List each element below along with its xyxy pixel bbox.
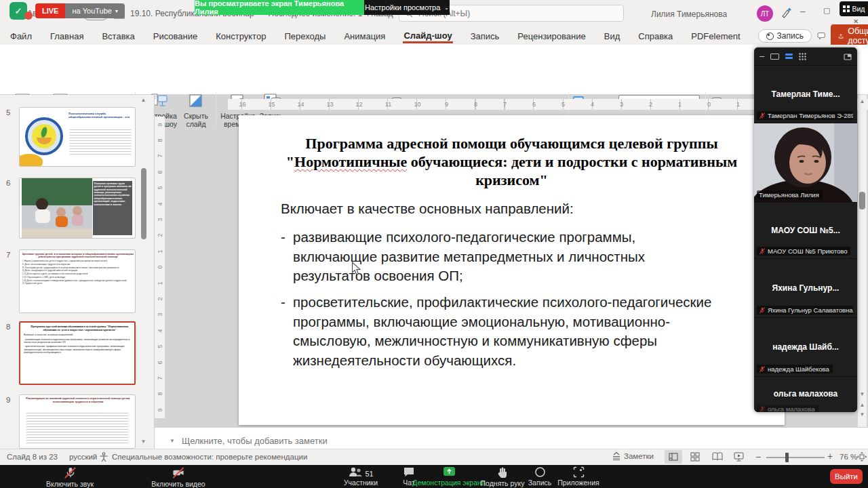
share-screen-icon xyxy=(443,466,456,478)
next-slide-button[interactable]: ▼ xyxy=(860,412,865,418)
slideshow-view-icon[interactable] xyxy=(734,452,744,462)
scroll-up-icon[interactable]: ▲ xyxy=(858,99,867,104)
notes-icon xyxy=(612,451,621,460)
unmute-button[interactable]: Включить звук xyxy=(33,466,107,488)
notes-resize-icon[interactable]: ▼ xyxy=(170,439,175,444)
participant-tile[interactable]: ольга малахова ольга малахова ⌄ xyxy=(754,376,857,412)
slide-canvas[interactable]: Программа адресной помощи обучающимся це… xyxy=(239,115,785,425)
tab-slideshow[interactable]: Слайд-шоу xyxy=(403,28,452,43)
thumbnail-slide-5[interactable]: Психологическая служба общеобразовательн… xyxy=(19,107,136,167)
participant-label: МАОУ СОШ №5 Приютово xyxy=(757,247,850,256)
zoom-in-button[interactable]: + xyxy=(827,451,833,462)
pen-tool-icon[interactable] xyxy=(780,7,792,19)
accessibility-checker[interactable]: Специальные возможности: проверьте реком… xyxy=(112,453,307,461)
chevron-down-icon: ⌄ xyxy=(444,5,449,11)
leave-meeting-button[interactable]: Выйти xyxy=(830,469,863,484)
scrollbar-thumb[interactable] xyxy=(859,192,865,209)
raise-hand-button[interactable]: Поднять руку xyxy=(477,466,528,487)
reading-view-icon[interactable] xyxy=(712,452,723,461)
language-indicator[interactable]: русский xyxy=(69,453,97,461)
hide-slide-button[interactable]: Скрыть слайд xyxy=(179,92,213,128)
participant-tile-active-speaker[interactable]: Тимерьянова Лилия xyxy=(754,123,857,202)
slide-title: Программа адресной помощи обучающимся це… xyxy=(276,134,747,189)
participant-tile[interactable]: МАОУ СОШ №5... МАОУ СОШ №5 Приютово xyxy=(754,202,857,258)
tab-home[interactable]: Главная xyxy=(50,29,84,43)
apps-button[interactable]: Приложения xyxy=(556,466,601,487)
avatar[interactable]: ЛТ xyxy=(757,5,773,22)
scrollbar-thumb[interactable] xyxy=(141,168,146,239)
apps-icon xyxy=(573,466,585,478)
meeting-record-button[interactable]: Запись xyxy=(521,466,559,487)
thumb6-text: Описание целевых групп детей и программ … xyxy=(93,181,133,207)
speaker-view-icon[interactable] xyxy=(785,54,793,60)
participant-label: Тамерлан Тимерьянов Э-289 xyxy=(757,111,853,120)
popout-icon[interactable] xyxy=(844,53,852,60)
participants-icon xyxy=(348,466,363,478)
tab-record[interactable]: Запись xyxy=(470,29,500,43)
thumbnails-scrollbar[interactable]: ▲ ▼ xyxy=(140,95,147,449)
slide-sorter-icon[interactable] xyxy=(690,452,700,462)
tab-file[interactable]: Файл xyxy=(9,29,33,43)
window-maximize-button[interactable]: ▢ xyxy=(823,6,830,15)
tab-view[interactable]: Вид xyxy=(604,29,621,43)
minimized-view-icon[interactable] xyxy=(770,54,779,60)
thumb5-body-lines xyxy=(70,129,131,157)
participants-panel: – Тамерлан Тиме... Тамерлан Тимерьянов Э… xyxy=(754,47,857,412)
panel-header: – xyxy=(754,47,857,65)
tab-insert[interactable]: Вставка xyxy=(101,29,135,43)
tab-animations[interactable]: Анимация xyxy=(343,29,386,43)
participants-button[interactable]: 51 Участники xyxy=(326,466,396,487)
dropdown-icon: ▾ xyxy=(115,8,118,14)
live-pill[interactable]: LIVE на YouTube ▾ xyxy=(35,3,125,18)
scroll-down-icon[interactable]: ▼ xyxy=(860,392,865,397)
scroll-down-icon[interactable]: ▼ xyxy=(141,439,146,445)
previous-slide-button[interactable]: ▲ xyxy=(860,403,865,408)
tab-draw[interactable]: Рисование xyxy=(153,29,198,43)
thumb9-body-lines xyxy=(26,413,128,445)
zoom-out-button[interactable]: − xyxy=(755,451,761,462)
view-settings-button[interactable]: Настройки просмотра ⌄ xyxy=(364,0,450,15)
zoom-slider-thumb[interactable] xyxy=(785,453,789,462)
fit-to-window-icon[interactable] xyxy=(857,452,867,462)
share-button[interactable]: Общий доступ ⌄ xyxy=(831,24,868,47)
zoom-level[interactable]: 76 % xyxy=(840,453,857,461)
participant-tile[interactable]: Яхина Гульнур... Яхина Гульнур Салаватов… xyxy=(754,258,857,317)
participant-tile[interactable]: Тамерлан Тиме... Тамерлан Тимерьянов Э-2… xyxy=(754,65,857,123)
editor-scrollbar[interactable]: ▲ ▼ ▲ ▼ xyxy=(858,95,867,427)
record-button[interactable]: Запись xyxy=(758,29,812,43)
view-mode-badge[interactable]: Вид xyxy=(840,1,868,16)
mic-muted-icon xyxy=(759,248,766,255)
mic-muted-icon xyxy=(64,466,77,479)
streamer-avatar xyxy=(24,12,33,20)
tab-transitions[interactable]: Переходы xyxy=(283,29,326,43)
slide-bullet-2: - просветительские, профилактические пси… xyxy=(281,293,746,370)
window-minimize-button[interactable]: – xyxy=(800,6,805,16)
notes-toggle-button[interactable]: Заметки xyxy=(612,451,654,460)
participant-tile[interactable]: надежда Шайб... надежда Шайбекова xyxy=(754,317,857,376)
share-screen-button[interactable]: Демонстрация экрана xyxy=(411,466,487,487)
classroom-photo xyxy=(22,178,92,238)
tab-pdfelement[interactable]: PDFelement xyxy=(690,29,741,43)
normal-view-button[interactable] xyxy=(665,450,682,464)
thumb9-title: Рекомендации по оказанию адресной психол… xyxy=(22,397,134,403)
thumbnail-slide-8-selected[interactable]: Программа адресной помощи обучающимся це… xyxy=(19,321,136,385)
notes-pane[interactable]: ▼ Щелкните, чтобы добавить заметки xyxy=(155,427,868,449)
scroll-up-icon[interactable]: ▲ xyxy=(140,98,147,103)
tab-review[interactable]: Рецензирование xyxy=(517,29,586,43)
camera-muted-icon xyxy=(172,466,185,479)
panel-minimize-icon[interactable]: – xyxy=(760,53,764,60)
tab-design[interactable]: Конструктор xyxy=(215,29,267,43)
thumbnail-slide-6[interactable]: Описание целевых групп детей и программ … xyxy=(19,178,136,239)
slide-counter[interactable]: Слайд 8 из 23 xyxy=(7,453,58,461)
collapse-panel-icon[interactable]: ⌄ xyxy=(802,406,810,412)
thumb5-yellow-shape xyxy=(19,154,43,167)
thumbnail-slide-7[interactable]: Целевые группы детей, в отношении которы… xyxy=(19,249,136,313)
gallery-view-icon[interactable] xyxy=(799,53,806,60)
normal-view-icon xyxy=(669,453,678,461)
mic-muted-icon xyxy=(759,113,766,119)
thumbnail-slide-9[interactable]: Рекомендации по оказанию адресной психол… xyxy=(19,394,136,449)
comments-icon[interactable] xyxy=(817,30,825,41)
tab-help[interactable]: Справка xyxy=(637,29,673,43)
zoom-slider-track[interactable] xyxy=(766,457,825,458)
start-video-button[interactable]: Включить видео xyxy=(136,466,221,488)
